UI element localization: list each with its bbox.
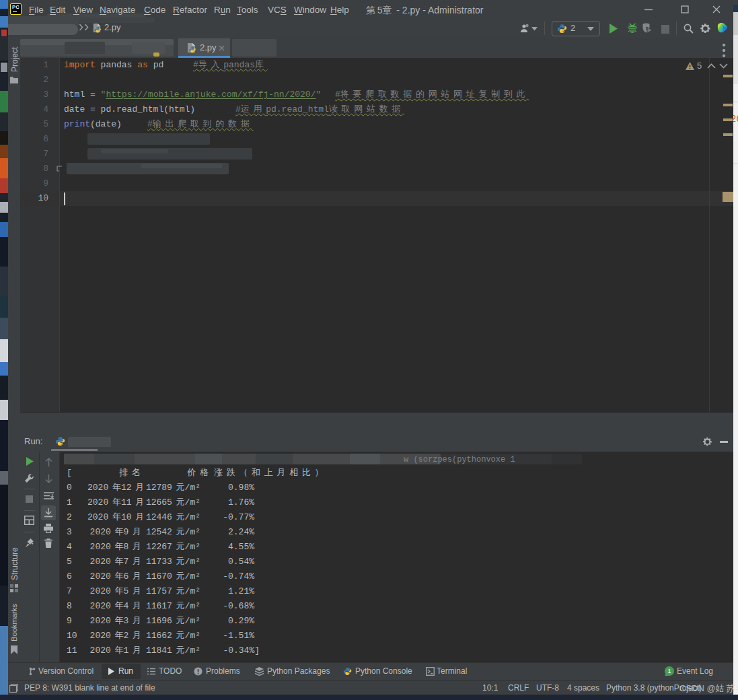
svg-text:1: 1: [667, 668, 671, 674]
